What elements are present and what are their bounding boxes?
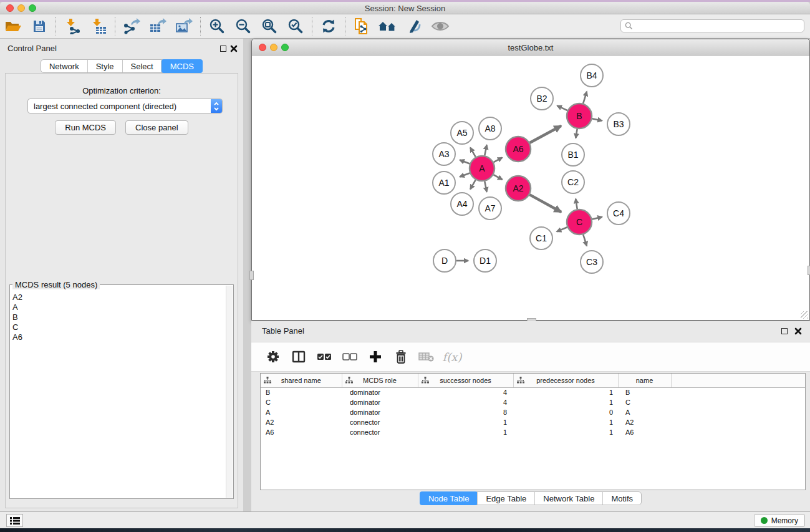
table-cell[interactable]	[671, 407, 806, 417]
mcds-result-scrollbar[interactable]	[226, 286, 233, 498]
search-field[interactable]	[620, 19, 804, 32]
table-cell[interactable]: 1	[418, 417, 513, 427]
graph-edge-B-B3[interactable]	[592, 118, 602, 120]
refresh-network-button[interactable]	[316, 16, 342, 37]
graph-edge-A-A6[interactable]	[494, 158, 503, 162]
delete-column-button[interactable]	[393, 349, 409, 365]
graph-node-C3[interactable]: C3	[581, 251, 603, 273]
left-scroll-nub[interactable]	[249, 271, 254, 280]
graph-node-A8[interactable]: A8	[479, 117, 501, 140]
table-cell[interactable]: A6	[261, 427, 342, 437]
tab-node-table[interactable]: Node Table	[420, 491, 478, 505]
tab-mcds[interactable]: MCDS	[161, 59, 203, 73]
deselect-all-rows-button[interactable]	[342, 349, 358, 365]
dropdown-stepper[interactable]	[211, 99, 222, 113]
mcds-result-item[interactable]: A6	[12, 332, 223, 342]
graph-node-B4[interactable]: B4	[581, 64, 603, 87]
graph-node-A7[interactable]: A7	[479, 197, 501, 220]
column-header-predecessor-nodes[interactable]: predecessor nodes	[513, 374, 618, 387]
table-cell[interactable]: A6	[618, 427, 671, 437]
tab-motifs[interactable]: Motifs	[602, 492, 641, 505]
select-all-rows-button[interactable]	[316, 349, 332, 365]
table-cell[interactable]: dominator	[342, 387, 418, 397]
graph-edge-A-A8[interactable]	[485, 145, 486, 155]
graph-edge-A-A5[interactable]	[470, 148, 476, 157]
table-row[interactable]: Cdominator41C	[261, 397, 806, 407]
first-neighbors-button[interactable]	[375, 16, 401, 37]
table-cell[interactable]: C	[618, 397, 671, 407]
table-cell[interactable]: 8	[418, 407, 513, 417]
table-cell[interactable]: 1	[513, 427, 618, 437]
table-row[interactable]: A6connector11A6	[261, 427, 806, 437]
run-mcds-button[interactable]: Run MCDS	[55, 120, 116, 135]
tab-select[interactable]: Select	[122, 60, 162, 72]
close-table-panel-icon[interactable]	[794, 327, 803, 336]
table-cell[interactable]: dominator	[342, 407, 418, 417]
graph-edge-A-A2[interactable]	[493, 175, 502, 180]
graph-edge-C-C3[interactable]	[583, 235, 587, 246]
network-canvas[interactable]: B4B2BB3A5A8A6A3B1AC2A1A2A4A7C4CC1DD1C3	[253, 56, 809, 319]
table-cell[interactable]: 4	[418, 387, 513, 397]
table-cell[interactable]: 0	[513, 407, 618, 417]
delete-table-button[interactable]	[418, 349, 435, 365]
export-table-button[interactable]	[145, 16, 171, 37]
graph-node-B[interactable]: B	[567, 104, 592, 128]
right-scroll-nub[interactable]	[808, 266, 810, 275]
column-visibility-button[interactable]	[291, 349, 307, 365]
tab-edge-table[interactable]: Edge Table	[477, 492, 534, 505]
search-input[interactable]	[635, 21, 804, 31]
mcds-result-item[interactable]: C	[12, 322, 223, 332]
network-window-titlebar[interactable]: testGlobe.txt	[252, 39, 809, 56]
graph-edge-B-B4[interactable]	[583, 92, 587, 104]
close-panel-button[interactable]: Close panel	[125, 120, 188, 135]
criterion-dropdown[interactable]: largest connected component (directed)	[27, 99, 223, 114]
zoom-fit-button[interactable]	[256, 16, 282, 37]
open-file-button[interactable]	[0, 16, 26, 37]
tab-network[interactable]: Network	[41, 60, 87, 72]
graph-node-D1[interactable]: D1	[474, 249, 496, 272]
table-cell[interactable]	[671, 397, 806, 407]
graph-edge-A-A4[interactable]	[470, 180, 476, 189]
table-cell[interactable]: A	[618, 407, 671, 417]
graph-node-B3[interactable]: B3	[607, 113, 630, 135]
table-row[interactable]: Bdominator41B	[261, 387, 806, 397]
zoom-selected-button[interactable]	[282, 16, 309, 37]
clone-network-button[interactable]	[349, 16, 375, 37]
table-settings-button[interactable]	[265, 349, 281, 365]
hide-graphics-details-button[interactable]	[401, 16, 427, 37]
float-panel-icon[interactable]	[220, 46, 226, 52]
table-cell[interactable]: C	[261, 397, 342, 407]
birds-eye-view-button[interactable]	[427, 16, 453, 37]
table-row[interactable]: Adominator80A	[261, 407, 806, 417]
graph-edge-C-C4[interactable]	[592, 217, 602, 220]
graph-edge-A2-C[interactable]	[529, 195, 561, 212]
close-panel-icon[interactable]	[229, 44, 238, 53]
graph-node-A[interactable]: A	[470, 156, 494, 181]
column-header-mcds-role[interactable]: MCDS role	[342, 374, 418, 387]
column-header-successor-nodes[interactable]: successor nodes	[418, 374, 513, 387]
table-cell[interactable]: 4	[418, 397, 513, 407]
graph-edge-A-A3[interactable]	[460, 160, 470, 164]
graph-node-A4[interactable]: A4	[451, 193, 473, 215]
graph-node-A2[interactable]: A2	[506, 176, 531, 201]
graph-edge-B-B2[interactable]	[557, 105, 567, 110]
graph-node-D[interactable]: D	[433, 249, 456, 272]
graph-node-A1[interactable]: A1	[433, 172, 455, 194]
table-cell[interactable]	[671, 387, 806, 397]
table-cell[interactable]	[671, 427, 806, 437]
import-network-button[interactable]	[59, 16, 85, 37]
zoom-in-button[interactable]	[204, 16, 230, 37]
graph-node-A6[interactable]: A6	[506, 137, 531, 162]
resize-grip-icon[interactable]	[801, 311, 808, 319]
table-cell[interactable]: 1	[513, 387, 618, 397]
table-cell[interactable]: connector	[342, 427, 418, 437]
table-cell[interactable]: B	[261, 387, 342, 397]
save-session-button[interactable]	[26, 16, 52, 37]
table-cell[interactable]: 1	[513, 397, 618, 407]
graph-edge-C-C2[interactable]	[576, 199, 577, 210]
graph-edge-B-B1[interactable]	[576, 129, 577, 138]
graph-node-C1[interactable]: C1	[530, 227, 552, 249]
mcds-result-item[interactable]: B	[12, 312, 223, 322]
column-header-shared-name[interactable]: shared name	[261, 374, 342, 387]
zoom-out-button[interactable]	[230, 16, 256, 37]
